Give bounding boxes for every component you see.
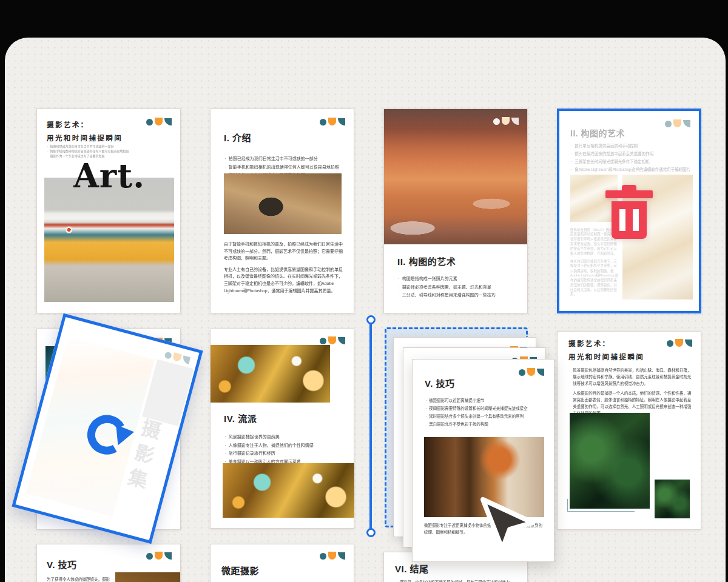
section-heading: II. 构图的艺术 [397,255,456,267]
page-thumbnail-cover[interactable]: 摄影艺术： 用光和时间捕捉瞬间 拍照已经成为我们日常生活中不可或缺的一部分 智能… [36,109,181,313]
macro-paragraphs: 为了获得令人惊叹的微距镜头，摄影师通常使用专门的微距镜头，加长管或微距滤镜来达到… [47,576,113,582]
page-thumbnail-intro[interactable]: I. 介绍 拍照已经成为我们日常生活中不可或缺的一部分 智能手机和数码相机的出现… [210,109,354,313]
brand-shapes-logo [146,552,172,560]
canvas-panel: 摄影艺术： 用光和时间捕捉瞬间 拍照已经成为我们日常生活中不可或缺的一部分 智能… [5,38,726,582]
insertion-indicator-dot-top [366,315,376,324]
composition-bullet-list: 构图是指构成一张照片的元素 摄影师必须考虑各种因素，如主题、灯光和背景 三分法、… [397,275,520,299]
brand-shapes-logo [320,118,345,126]
intro-paragraphs: 由于智能手机和数码相机的普及，拍照已经成为我们日常生活中不可或缺的一部分。然而，… [224,241,343,294]
photo-canyon [384,109,527,244]
brand-shapes-logo [665,119,690,128]
photo-yellow-van [44,178,174,302]
trash-icon [603,185,655,239]
page-thumbnail-composition[interactable]: II. 构图的艺术 构图是指构成一张照片的元素 摄影师必须考虑各种因素，如主题、… [383,109,528,313]
section-heading: I. 介绍 [224,131,251,144]
brand-shapes-logo [667,339,692,347]
decorative-bracket-line [567,499,635,512]
page-thumbnail-macro-photos[interactable]: 微距摄影 [210,544,354,582]
photo-carousel-lights-top [211,345,330,403]
photo-carousel-lights-bottom [223,463,354,518]
brand-shapes-logo [519,368,544,376]
photo-tea-cup [115,572,180,582]
page-thumbnail-techniques-macro[interactable]: V. 技巧 为了获得令人惊叹的微距镜头，摄影师通常使用专门的微距镜头，加长管或微… [36,544,181,582]
insertion-indicator-line [369,322,372,530]
brand-shapes-logo [493,117,519,125]
section-heading: V. 技巧 [425,376,454,389]
section-heading: 微距摄影 [221,564,259,577]
brand-shapes-logo [320,336,345,345]
brand-shapes-logo [320,552,345,560]
techniques-bullet-list: 微距摄影可以近距离捕捉小细节 夜间摄影需要特殊的设置和长时间曝光来捕捉光迹或星空… [425,397,546,427]
photo-camera-tripod [224,173,342,234]
section-heading: VI. 结尾 [395,562,429,575]
page-thumbnail-composition-detail-selected[interactable]: II. 构图的艺术 数码单反相机提供高画质和手动控制 镜头在最终图像的塑造中起着… [557,109,701,313]
section-heading: V. 技巧 [47,558,76,570]
app-window: 摄影艺术： 用光和时间捕捉瞬间 拍照已经成为我们日常生活中不可或缺的一部分 智能… [0,0,728,582]
photo-fern-large [570,413,650,509]
light-time-bullet-list: 风景摄影包括捕捉自然世界的美景，包括山脉、海洋、森林和日落，展示地球的宏伟和宁静… [568,367,693,417]
page-thumbnail-genres[interactable]: IV. 流派 风景摄影捕捉世界的自然美 人像摄影专注于人物，捕捉他们的个性和情感… [210,329,354,529]
genres-bullet-list: 风景摄影捕捉世界的自然美 人像摄影专注于人物，捕捉他们的个性和情感 旅行摄影记录… [224,433,348,466]
page-title: 用光和时间捕捉瞬间 [47,132,123,146]
page-thumbnail-light-time[interactable]: 摄影艺术： 用光和时间捕捉瞬间 风景摄影包括捕捉自然世界的美景，包括山脉、海洋、… [557,331,701,530]
detail-bullet-list: 数码单反相机提供高画质和手动控制 镜头在最终图像的塑造中起着至关重要的作用 三脚… [570,142,692,173]
photo-fern-small [655,480,690,518]
cover-art-word: Art. [37,156,181,195]
insertion-indicator-dot-bottom [366,528,376,537]
cursor-arrow-icon [478,496,536,554]
section-heading: IV. 流派 [224,412,257,424]
ending-bullet-list: 摄影是一个多样化和不断发展的领域，具有无限的表达和创造力 无论你是捕捉瞬间还是创… [395,579,517,582]
brand-shapes-logo [146,118,172,126]
section-heading: II. 构图的艺术 [570,127,625,139]
page-title: 摄影艺术： [47,119,123,132]
